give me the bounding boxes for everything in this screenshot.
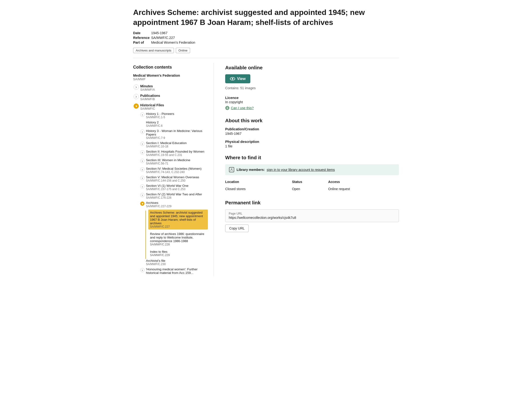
child-section1-row[interactable]: Section I: Medical Education SA/MWF/C.10… xyxy=(140,141,208,149)
date-value: 1945-1967 xyxy=(151,31,168,35)
about-section: About this work Publication/Creation 194… xyxy=(225,118,399,148)
child-section4: Section IV: Medical Societies (Women) SA… xyxy=(140,166,208,174)
library-members-label: Library members: xyxy=(237,168,265,172)
section4-ref: SA/MWF/C.74-143, C.232-240 xyxy=(146,170,202,174)
can-use-link[interactable]: Can I use this? xyxy=(225,106,254,110)
history1-ref: SA/MWF/C.1-5 xyxy=(146,115,174,119)
collection-root-ref: SA/MWF xyxy=(133,77,208,81)
sectionww2-label: Section IV (2) World War Two and After xyxy=(146,192,202,196)
tree-item-minutes-row[interactable]: Minutes SA/MWF/A xyxy=(133,83,208,92)
svg-point-1 xyxy=(232,78,233,79)
svg-point-5 xyxy=(231,168,232,170)
child-toggle-archives[interactable]: ▾ xyxy=(140,202,145,206)
archives-ref: SA/MWF/C.227-229 xyxy=(146,205,171,208)
where-title: Where to find it xyxy=(225,155,399,160)
archive-child-review[interactable]: Review of archives 1986: questionnaire a… xyxy=(148,231,208,247)
where-section: Where to find it Library members: sign i… xyxy=(225,155,399,192)
globe-icon xyxy=(225,106,229,110)
tree-item-historical-files: Historical Files SA/MWF/C History 1 - Pi… xyxy=(133,102,208,275)
archivist-label: Archivist's file xyxy=(146,259,166,262)
view-button[interactable]: View xyxy=(225,74,250,83)
location-table: Location Status Access Closed stores Ope… xyxy=(225,179,399,192)
publications-ref: SA/MWF/B xyxy=(140,97,160,101)
archives-vert-line xyxy=(146,211,146,259)
tree-toggle-publications[interactable] xyxy=(133,94,139,99)
section5-label: Section V: Medical Women Overseas xyxy=(146,175,199,179)
honouring-label: 'Honouring medical women': Further histo… xyxy=(146,268,207,275)
child-toggle-section2[interactable] xyxy=(140,150,145,154)
physical-label: Physical description xyxy=(225,140,399,144)
child-section2-row[interactable]: Section II: Hospitals Founded by Women S… xyxy=(140,149,208,157)
copy-url-button[interactable]: Copy URL xyxy=(225,224,249,232)
collection-title: Collection contents xyxy=(133,65,208,70)
tree-item-minutes: Minutes SA/MWF/A xyxy=(133,83,208,92)
child-archives: ▾ Archives SA/MWF/C.227-229 xyxy=(140,200,208,258)
available-section: Available online View Contains: 51 image… xyxy=(225,65,399,90)
child-toggle-history1[interactable] xyxy=(140,113,145,117)
main-content: Available online View Contains: 51 image… xyxy=(214,63,399,276)
child-honouring: 'Honouring medical women': Further histo… xyxy=(140,267,208,275)
section3-ref: SA/MWF/C.56-71 xyxy=(146,162,190,165)
child-honouring-row[interactable]: 'Honouring medical women': Further histo… xyxy=(140,267,208,275)
section2-ref: SA/MWF/C.19-55 and C.231 xyxy=(146,153,204,157)
child-toggle-section4[interactable] xyxy=(140,167,145,172)
archive-index-ref: SA/MWF/C.229 xyxy=(150,254,206,257)
view-button-label: View xyxy=(237,77,246,81)
archive-child-active[interactable]: Archives Scheme: archivist suggested and… xyxy=(148,210,208,230)
url-box: Page URL https://wellcomecollection.org/… xyxy=(225,209,399,222)
history3-ref: SA/MWF/C.7-9 xyxy=(146,136,207,140)
child-section6: Section VI (1) World War One SA/MWF/C.15… xyxy=(140,183,208,192)
permanent-section: Permanent link Page URL https://wellcome… xyxy=(225,200,399,232)
child-toggle-history3[interactable] xyxy=(140,130,145,134)
child-history3-row[interactable]: History 3 - Woman in Medicine: Various P… xyxy=(140,128,208,140)
historical-label: Historical Files xyxy=(140,103,164,107)
tree-toggle-historical[interactable] xyxy=(133,103,139,109)
section2-label: Section II: Hospitals Founded by Women xyxy=(146,150,204,153)
section3-label: Section III: Women in Medicine xyxy=(146,158,190,162)
child-section3-row[interactable]: Section III: Women in Medicine SA/MWF/C.… xyxy=(140,158,208,166)
eye-icon xyxy=(230,77,235,80)
contains-text: Contains: 51 images xyxy=(225,86,399,90)
status-value: Open xyxy=(292,186,328,192)
child-section5-row[interactable]: Section V: Medical Women Overseas SA/MWF… xyxy=(140,175,208,183)
table-row: Closed stores Open Online request xyxy=(225,186,399,192)
child-toggle-section6[interactable] xyxy=(140,184,145,189)
child-sectionww2-row[interactable]: Section IV (2) World War Two and After S… xyxy=(140,192,208,200)
tree-item-historical-row[interactable]: Historical Files SA/MWF/C xyxy=(133,102,208,111)
child-section3: Section III: Women in Medicine SA/MWF/C.… xyxy=(140,158,208,166)
tree-toggle-minutes[interactable] xyxy=(133,84,139,90)
date-label: Date xyxy=(133,31,150,35)
child-toggle-honouring[interactable] xyxy=(140,268,145,272)
child-toggle-sectionww2[interactable] xyxy=(140,193,145,197)
archive-child-index[interactable]: Index to files SA/MWF/C.229 xyxy=(148,249,208,258)
history2-label: History 2 xyxy=(146,121,163,124)
history1-label: History 1 - Pioneers xyxy=(146,112,174,115)
licence-value: In copyright xyxy=(225,100,399,104)
child-section2: Section II: Hospitals Founded by Women S… xyxy=(140,149,208,157)
collection-root-title: Medical Women's Federation xyxy=(133,74,208,77)
tag-archives[interactable]: Archives and manuscripts xyxy=(133,48,174,53)
licence-label: Licence xyxy=(225,96,399,100)
child-history2-row[interactable]: History 2 SA/MWF/C.6 xyxy=(140,120,208,128)
child-toggle-section5[interactable] xyxy=(140,176,145,180)
child-archivist-row[interactable]: Archivist's file SA/MWF/C.230 xyxy=(140,258,208,267)
child-section6-row[interactable]: Section VI (1) World War One SA/MWF/C.15… xyxy=(140,183,208,192)
tree-item-publications-row[interactable]: Publications SA/MWF/B xyxy=(133,93,208,102)
historical-ref: SA/MWF/C xyxy=(140,107,164,110)
archive-review-ref: SA/MWF/C.228 xyxy=(150,243,206,246)
tree-item-publications: Publications SA/MWF/B xyxy=(133,93,208,102)
can-use-label: Can I use this? xyxy=(231,106,254,110)
library-link[interactable]: sign in to your library account to reque… xyxy=(267,168,335,172)
child-toggle-section3[interactable] xyxy=(140,159,145,163)
child-toggle-section1[interactable] xyxy=(140,142,145,146)
child-section4-row[interactable]: Section IV: Medical Societies (Women) SA… xyxy=(140,166,208,174)
archive-index-label: Index to files xyxy=(150,250,206,254)
minutes-ref: SA/MWF/A xyxy=(140,88,155,91)
archive-review-label: Review of archives 1986: questionnaire a… xyxy=(150,232,206,243)
location-value: Closed stores xyxy=(225,186,292,192)
about-title: About this work xyxy=(225,118,399,123)
url-value: https://wellcomecollection.org/works/cjs… xyxy=(229,216,395,219)
section1-ref: SA/MWF/C.10-18 xyxy=(146,145,187,148)
tag-online[interactable]: Online xyxy=(176,48,190,53)
child-history1-row[interactable]: History 1 - Pioneers SA/MWF/C.1-5 xyxy=(140,111,208,120)
